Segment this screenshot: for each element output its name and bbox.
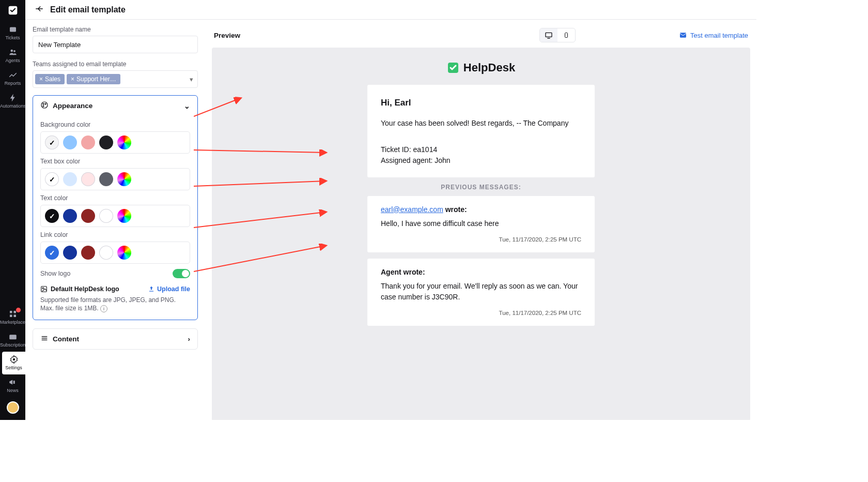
preview-surface: HelpDesk Hi, Earl Your case has been sol… (212, 48, 750, 420)
bg-color-row (40, 131, 190, 154)
email-brand-logo: HelpDesk (243, 61, 719, 74)
bg-swatch-2[interactable] (81, 135, 95, 149)
previous-message-1: earl@example.com wrote: Hello, I have so… (367, 196, 595, 252)
text-swatch-4[interactable] (117, 209, 131, 223)
sender-email-link[interactable]: earl@example.com (381, 205, 443, 214)
default-logo-label: Default HelpDesk logo (40, 285, 119, 293)
email-body: Your case has been solved! Best regards,… (381, 118, 581, 129)
svg-point-12 (45, 103, 46, 104)
back-arrow-icon[interactable] (35, 4, 44, 16)
page-title: Edit email template (50, 5, 126, 14)
content-card: Content › (33, 328, 198, 350)
link-swatch-2[interactable] (81, 246, 95, 260)
email-ticket-line: Ticket ID: ea1014 (381, 144, 581, 155)
info-icon[interactable]: i (100, 305, 107, 312)
sidebar-item-tickets[interactable]: Tickets (0, 22, 25, 44)
box-swatch-2[interactable] (81, 172, 95, 186)
remove-tag-icon[interactable]: × (71, 76, 74, 83)
text-color-row (40, 205, 190, 227)
app-logo (8, 0, 18, 22)
box-color-label: Text box color (40, 158, 190, 165)
svg-point-9 (12, 358, 15, 361)
message-text: Thank you for your email. We'll reply as… (381, 281, 581, 303)
sidebar-item-marketplace[interactable]: Marketplace (0, 306, 25, 329)
box-swatch-3[interactable] (99, 172, 113, 186)
text-swatch-3[interactable] (99, 209, 113, 223)
sidebar-item-agents[interactable]: Agents (0, 44, 25, 67)
message-text: Hello, I have some difficult case here (381, 218, 581, 229)
svg-rect-1 (10, 27, 16, 32)
email-agent-line: Assigned agent: John (381, 155, 581, 166)
svg-rect-16 (149, 291, 153, 292)
sidebar-item-subscription[interactable]: Subscription (0, 329, 25, 352)
appearance-card: Appearance ⌄ Background colorText box co… (33, 95, 198, 320)
editor-panel: Email template name Teams assigned to em… (33, 26, 198, 358)
page-header: Edit email template (25, 0, 756, 20)
text-swatch-1[interactable] (63, 209, 77, 223)
svg-point-11 (43, 103, 44, 104)
text-swatch-0[interactable] (45, 209, 59, 223)
user-avatar[interactable] (7, 401, 19, 414)
team-tag-support[interactable]: ×Support Her… (67, 74, 120, 84)
text-color-label: Text color (40, 194, 190, 202)
content-toggle[interactable]: Content › (33, 329, 197, 349)
device-mobile-button[interactable] (557, 28, 575, 42)
text-swatch-2[interactable] (81, 209, 95, 223)
message-timestamp: Tue, 11/17/2020, 2:25 PM UTC (381, 235, 581, 244)
message-timestamp: Tue, 11/17/2020, 2:25 PM UTC (381, 309, 581, 318)
team-tag-sales[interactable]: ×Sales (35, 74, 65, 84)
template-name-label: Email template name (33, 26, 198, 33)
chevron-down-icon[interactable]: ▾ (190, 76, 193, 83)
sidebar-item-reports[interactable]: Reports (0, 67, 25, 90)
list-icon (40, 334, 49, 344)
sidebar-item-settings[interactable]: Settings (2, 352, 25, 374)
left-rail: Tickets Agents Reports Automations Marke… (0, 0, 25, 420)
palette-icon (40, 101, 49, 111)
preview-title: Preview (214, 32, 240, 39)
box-swatch-0[interactable] (45, 172, 59, 186)
box-swatch-1[interactable] (63, 172, 77, 186)
teams-select[interactable]: ×Sales ×Support Her… ▾ (33, 70, 198, 88)
svg-rect-22 (565, 33, 568, 38)
svg-rect-20 (546, 33, 552, 37)
upload-file-link[interactable]: Upload file (148, 285, 190, 293)
box-color-row (40, 168, 190, 190)
link-swatch-3[interactable] (99, 246, 113, 260)
content-title: Content (53, 335, 79, 343)
show-logo-label: Show logo (40, 270, 70, 277)
svg-rect-14 (41, 287, 47, 292)
remove-tag-icon[interactable]: × (39, 76, 43, 83)
template-name-input[interactable] (33, 36, 198, 53)
svg-rect-23 (680, 33, 686, 37)
svg-point-10 (41, 102, 48, 108)
svg-rect-5 (13, 311, 16, 313)
bg-swatch-0[interactable] (45, 135, 59, 149)
bg-swatch-4[interactable] (117, 135, 131, 149)
device-desktop-button[interactable] (540, 28, 557, 42)
link-swatch-0[interactable] (45, 246, 59, 260)
svg-rect-7 (13, 315, 16, 318)
sidebar-item-news[interactable]: News (0, 374, 25, 397)
link-swatch-4[interactable] (117, 246, 131, 260)
formats-note: Supported file formats are JPG, JPEG, an… (40, 296, 190, 312)
preview-panel: Preview Test email template HelpDesk Hi,… (212, 26, 750, 420)
previous-message-2: Agent wrote: Thank you for your email. W… (367, 259, 595, 326)
svg-rect-8 (9, 335, 17, 339)
bg-swatch-3[interactable] (99, 135, 113, 149)
bg-swatch-1[interactable] (63, 135, 77, 149)
sender-label: Agent wrote: (381, 268, 425, 276)
email-main-card: Hi, Earl Your case has been solved! Best… (367, 85, 595, 177)
bg-color-label: Background color (40, 121, 190, 128)
svg-point-2 (10, 50, 13, 52)
appearance-title: Appearance (53, 102, 92, 110)
link-color-label: Link color (40, 231, 190, 238)
show-logo-toggle[interactable] (173, 269, 190, 278)
previous-messages-header: PREVIOUS MESSAGES: (243, 184, 719, 191)
box-swatch-4[interactable] (117, 172, 131, 186)
svg-point-15 (42, 288, 43, 289)
link-swatch-1[interactable] (63, 246, 77, 260)
appearance-toggle[interactable]: Appearance ⌄ (33, 96, 197, 116)
svg-point-13 (43, 106, 44, 107)
sidebar-item-automations[interactable]: Automations (0, 90, 25, 113)
test-email-link[interactable]: Test email template (679, 31, 748, 39)
